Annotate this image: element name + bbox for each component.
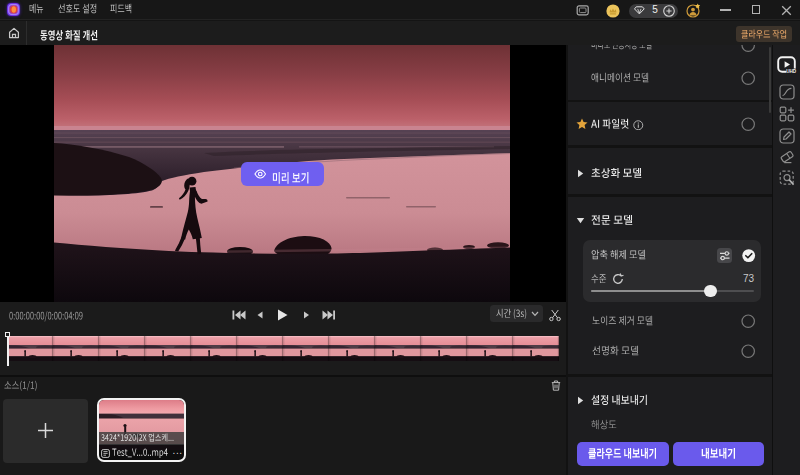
svg-text:UHD: UHD [786, 68, 797, 73]
